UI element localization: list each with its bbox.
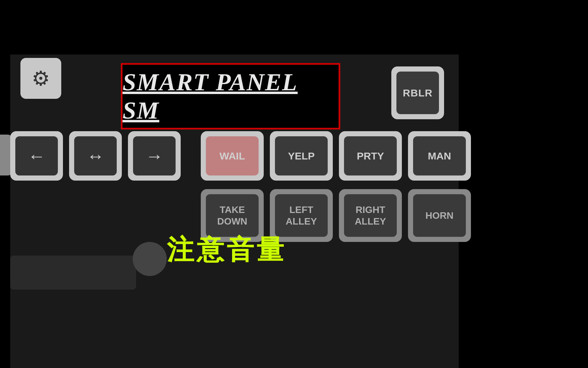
- circle-element: [133, 242, 167, 276]
- right-strip: [459, 0, 588, 368]
- prty-button[interactable]: PRTY: [339, 131, 402, 181]
- arrow-row: ← ↔ →: [10, 131, 181, 181]
- arrow-left-inner: ←: [15, 136, 58, 175]
- app-title: SMART PANEL SM: [122, 68, 339, 125]
- wail-button[interactable]: WAIL: [201, 131, 264, 181]
- yelp-label: YELP: [288, 150, 314, 162]
- arrow-left-icon: ←: [28, 146, 46, 166]
- title-box: SMART PANEL SM: [121, 63, 340, 129]
- arrow-left-button[interactable]: ←: [10, 131, 63, 181]
- yelp-inner: YELP: [275, 136, 328, 175]
- rblr-label: RBLR: [403, 87, 432, 99]
- arrow-both-button[interactable]: ↔: [69, 131, 122, 181]
- arrow-right-icon: →: [146, 146, 163, 166]
- left-alley-inner: LEFT ALLEY: [275, 194, 328, 237]
- left-strip: [0, 0, 10, 368]
- horn-inner: HORN: [413, 194, 466, 237]
- wail-label: WAIL: [219, 150, 245, 162]
- right-alley-label: RIGHT ALLEY: [344, 204, 397, 227]
- man-inner: MAN: [413, 136, 466, 175]
- sound-row-1: WAIL YELP PRTY MAN: [201, 131, 471, 181]
- arrow-both-inner: ↔: [74, 136, 117, 175]
- wail-inner: WAIL: [206, 136, 259, 175]
- left-alley-label: LEFT ALLEY: [275, 204, 328, 227]
- rblr-inner: RBLR: [396, 72, 439, 114]
- right-alley-inner: RIGHT ALLEY: [344, 194, 397, 237]
- yelp-button[interactable]: YELP: [270, 131, 333, 181]
- bottom-left-rect: [10, 256, 136, 290]
- main-panel: ⚙ SMART PANEL SM RBLR ← ↔ →: [0, 0, 588, 368]
- horn-label: HORN: [425, 210, 453, 221]
- prty-inner: PRTY: [344, 136, 397, 175]
- man-button[interactable]: MAN: [408, 131, 471, 181]
- warning-text: 注意音量: [167, 232, 287, 269]
- top-bar: [0, 0, 588, 55]
- prty-label: PRTY: [357, 150, 384, 162]
- arrow-right-button[interactable]: →: [128, 131, 181, 181]
- arrow-both-icon: ↔: [87, 146, 104, 166]
- takedown-label: TAKE DOWN: [206, 204, 259, 227]
- gear-icon: ⚙: [32, 66, 50, 90]
- takedown-inner: TAKE DOWN: [206, 194, 259, 237]
- horn-button[interactable]: HORN: [408, 189, 471, 242]
- right-alley-button[interactable]: RIGHT ALLEY: [339, 189, 402, 242]
- arrow-right-inner: →: [133, 136, 176, 175]
- settings-button[interactable]: ⚙: [20, 58, 61, 99]
- rblr-button[interactable]: RBLR: [391, 66, 444, 119]
- man-label: MAN: [428, 150, 451, 162]
